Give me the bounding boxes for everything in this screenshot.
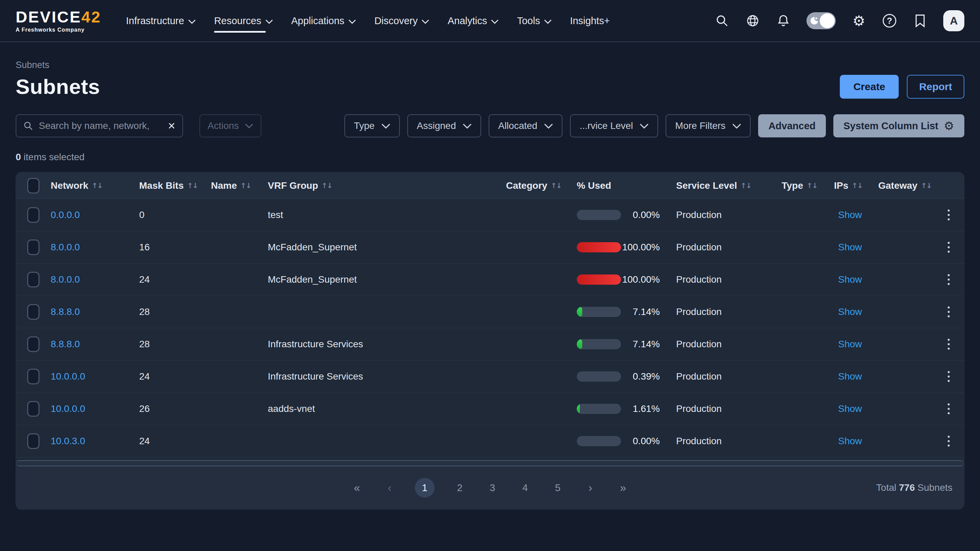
column-header-name[interactable]: Name ↑↓ — [211, 180, 268, 191]
sort-icon: ↑↓ — [921, 182, 931, 190]
horizontal-scrollbar[interactable] — [16, 460, 964, 466]
row-checkbox[interactable] — [27, 401, 40, 417]
used-cell: 0.00% — [560, 436, 676, 446]
table-row[interactable]: 0.0.0.0 0 test 0.00% Production Show — [16, 199, 964, 231]
mask-bits-cell: 28 — [139, 306, 211, 318]
row-menu-kebab-icon[interactable] — [945, 207, 953, 223]
next-page-button[interactable]: › — [583, 478, 598, 498]
advanced-button[interactable]: Advanced — [758, 114, 826, 137]
row-checkbox[interactable] — [27, 337, 40, 352]
network-link[interactable]: 10.0.0.0 — [51, 403, 85, 414]
clear-search-icon[interactable]: ✕ — [168, 121, 176, 132]
network-link[interactable]: 8.0.0.0 — [51, 274, 80, 285]
network-link[interactable]: 8.8.8.0 — [51, 339, 80, 349]
notifications-bell-icon[interactable] — [776, 13, 791, 28]
page-button-4[interactable]: 4 — [517, 478, 533, 498]
filter-dropdown[interactable]: ...rvice Level — [570, 114, 658, 137]
row-menu-kebab-icon[interactable] — [945, 401, 953, 417]
network-link[interactable]: 8.8.8.0 — [51, 306, 80, 317]
network-link[interactable]: 10.0.0.0 — [51, 371, 85, 382]
column-header-gateway[interactable]: Gateway ↑↓ — [878, 180, 933, 191]
show-ips-link[interactable]: Show — [834, 306, 862, 317]
filter-dropdown[interactable]: Type — [344, 114, 400, 137]
help-icon[interactable]: ? — [882, 13, 897, 28]
column-header-vrf-group[interactable]: VRF Group ↑↓ — [268, 180, 506, 191]
globe-icon[interactable] — [745, 13, 760, 28]
filter-dropdown[interactable]: Assigned — [407, 114, 481, 137]
column-header-mask-bits[interactable]: Mask Bits ↑↓ — [139, 180, 211, 191]
table-row[interactable]: 10.0.3.0 24 0.00% Production Show — [16, 425, 964, 457]
show-ips-link[interactable]: Show — [834, 371, 862, 382]
vrf-group-cell: McFadden_Supernet — [268, 274, 506, 285]
table-row[interactable]: 8.8.8.0 28 7.14% Production Show — [16, 296, 964, 328]
dark-mode-toggle[interactable] — [807, 12, 836, 29]
column-header-ips[interactable]: IPs ↑↓ — [834, 180, 878, 191]
create-button[interactable]: Create — [840, 75, 899, 98]
system-column-list-button[interactable]: System Column List⚙ — [833, 114, 964, 137]
network-link[interactable]: 0.0.0.0 — [51, 210, 80, 220]
show-ips-link[interactable]: Show — [834, 403, 862, 414]
column-header-type[interactable]: Type ↑↓ — [782, 180, 834, 191]
show-ips-link[interactable]: Show — [834, 242, 862, 252]
main-menu-item-discovery[interactable]: Discovery — [365, 0, 438, 41]
table-row[interactable]: 8.0.0.0 24 McFadden_Supernet 100.00% Pro… — [16, 264, 964, 296]
usage-bar — [577, 275, 621, 285]
device42-logo[interactable]: DEVICE42 A Freshworks Company — [16, 9, 101, 33]
network-link[interactable]: 8.0.0.0 — [51, 242, 80, 252]
mask-bits-cell: 24 — [139, 274, 211, 285]
column-header--used[interactable]: % Used — [560, 180, 676, 191]
row-checkbox[interactable] — [27, 207, 40, 223]
row-checkbox[interactable] — [27, 304, 40, 320]
user-avatar[interactable]: A — [943, 10, 964, 31]
row-menu-kebab-icon[interactable] — [945, 239, 953, 256]
row-checkbox[interactable] — [27, 369, 40, 384]
search-input[interactable]: Search by name, network, ✕ — [16, 114, 183, 137]
page-button-2[interactable]: 2 — [452, 478, 467, 498]
column-header-category[interactable]: Category ↑↓ — [506, 180, 560, 191]
show-ips-link[interactable]: Show — [834, 274, 862, 285]
filter-dropdown[interactable]: More Filters — [666, 114, 751, 137]
table-row[interactable]: 8.8.8.0 28 Infrastructure Services 7.14%… — [16, 328, 964, 360]
actions-dropdown[interactable]: Actions — [199, 114, 261, 137]
show-ips-link[interactable]: Show — [834, 210, 862, 220]
show-ips-link[interactable]: Show — [834, 339, 862, 349]
column-header-service-level[interactable]: Service Level ↑↓ — [676, 180, 782, 191]
row-menu-kebab-icon[interactable] — [945, 272, 953, 288]
first-page-button[interactable]: « — [350, 478, 364, 498]
bookmark-icon[interactable] — [913, 13, 928, 28]
column-header-network[interactable]: Network ↑↓ — [51, 180, 139, 191]
table-row[interactable]: 8.0.0.0 16 McFadden_Supernet 100.00% Pro… — [16, 231, 964, 264]
sort-icon: ↑↓ — [187, 182, 198, 190]
row-menu-kebab-icon[interactable] — [945, 304, 953, 320]
usage-bar — [577, 436, 621, 446]
row-menu-kebab-icon[interactable] — [945, 336, 953, 353]
row-menu-kebab-icon[interactable] — [945, 433, 953, 449]
table-row[interactable]: 10.0.0.0 24 Infrastructure Services 0.39… — [16, 360, 964, 393]
breadcrumb[interactable]: Subnets — [16, 60, 964, 70]
main-menu-item-analytics[interactable]: Analytics — [438, 0, 508, 41]
page-button-3[interactable]: 3 — [485, 478, 500, 498]
search-icon[interactable] — [714, 13, 730, 28]
row-menu-kebab-icon[interactable] — [945, 368, 953, 385]
chevron-down-icon — [732, 124, 741, 129]
main-menu-item-insights-[interactable]: Insights+ — [561, 0, 619, 41]
settings-gear-icon[interactable]: ⚙ — [851, 13, 866, 28]
report-button[interactable]: Report — [907, 75, 964, 98]
main-menu-item-applications[interactable]: Applications — [282, 0, 365, 41]
previous-page-button[interactable]: ‹ — [382, 478, 397, 498]
main-menu-item-infrastructure[interactable]: Infrastructure — [117, 0, 205, 41]
page-button-1[interactable]: 1 — [415, 478, 434, 498]
network-link[interactable]: 10.0.3.0 — [51, 436, 85, 446]
table-row[interactable]: 10.0.0.0 26 aadds-vnet 1.61% Production … — [16, 393, 964, 425]
mask-bits-cell: 24 — [139, 436, 211, 446]
main-menu-item-tools[interactable]: Tools — [508, 0, 561, 41]
show-ips-link[interactable]: Show — [834, 436, 862, 446]
row-checkbox[interactable] — [27, 433, 40, 449]
row-checkbox[interactable] — [27, 272, 40, 287]
last-page-button[interactable]: » — [616, 478, 630, 498]
select-all-checkbox[interactable] — [27, 178, 40, 194]
row-checkbox[interactable] — [27, 240, 40, 255]
page-button-5[interactable]: 5 — [550, 478, 565, 498]
filter-dropdown[interactable]: Allocated — [488, 114, 563, 137]
main-menu-item-resources[interactable]: Resources — [205, 0, 282, 41]
